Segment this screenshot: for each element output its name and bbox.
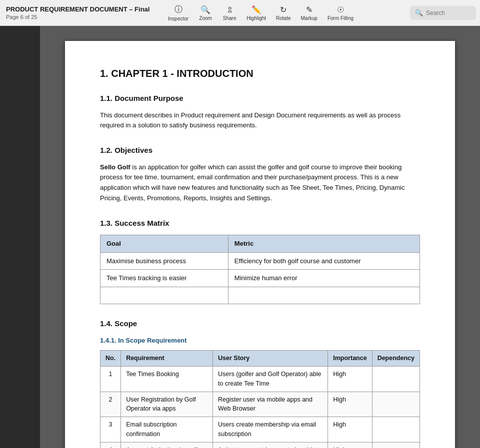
search-bar[interactable]: 🔍 bbox=[410, 6, 476, 20]
scope-header-dependency: Dependency bbox=[372, 351, 420, 367]
scope-cell: Users create membership via email subscr… bbox=[213, 417, 328, 443]
matrix-cell: Maximise business process bbox=[100, 252, 228, 270]
document-area[interactable]: 1. CHAPTER 1 - INTRODUCTION 1.1. Documen… bbox=[40, 26, 480, 448]
scope-cell: 2 bbox=[100, 392, 121, 417]
toolbar: PRODUCT REQUIREMENT DOCUMENT – Final Pag… bbox=[0, 0, 480, 26]
form-filling-label: Form Filling bbox=[328, 15, 354, 21]
toolbar-left: PRODUCT REQUIREMENT DOCUMENT – Final Pag… bbox=[4, 5, 164, 20]
search-input[interactable] bbox=[426, 9, 471, 16]
scope-header-req: Requirement bbox=[121, 351, 213, 367]
section-1-2-rest: is an application for golfer which can a… bbox=[100, 163, 404, 202]
scope-cell: Email subscription confirmation bbox=[121, 417, 213, 443]
scope-cell: High bbox=[328, 442, 372, 448]
scope-cell: High bbox=[328, 392, 372, 417]
scope-cell: Activate account by user to be able to a… bbox=[213, 442, 328, 448]
highlight-button[interactable]: ✏️ Highlight bbox=[242, 2, 270, 24]
scope-header-no: No. bbox=[100, 351, 121, 367]
inspector-icon: ⓘ bbox=[174, 4, 182, 15]
section-1-1: 1.1. Document Purpose This document desc… bbox=[100, 93, 420, 131]
form-filling-button[interactable]: ☉ Form Filling bbox=[324, 2, 358, 24]
section-1-1-body: This document describes in Product requi… bbox=[100, 110, 420, 131]
scope-cell: 4 bbox=[100, 442, 121, 448]
rotate-button[interactable]: ↻ Rotate bbox=[272, 2, 294, 24]
section-1-3-heading: 1.3. Success Matrix bbox=[100, 218, 420, 229]
section-1-2: 1.2. Objectives Sello Golf is an applica… bbox=[100, 145, 420, 204]
table-row bbox=[100, 287, 420, 304]
scope-cell bbox=[372, 392, 420, 417]
scope-cell: 1 bbox=[100, 367, 121, 392]
table-row: 3Email subscription confirmationUsers cr… bbox=[100, 417, 420, 443]
search-icon: 🔍 bbox=[415, 9, 423, 16]
table-row: 4Account Activation by golferActivate ac… bbox=[100, 442, 420, 448]
markup-button[interactable]: ✎ Markup bbox=[297, 2, 322, 24]
matrix-cell: Tee Times tracking is easier bbox=[100, 270, 228, 287]
matrix-cell: Minimize human error bbox=[228, 270, 420, 287]
scope-cell: Tee Times Booking bbox=[121, 367, 213, 392]
table-row: 1Tee Times BookingUsers (golfer and Golf… bbox=[100, 367, 420, 392]
scope-header-importance: Importance bbox=[328, 351, 372, 367]
scope-cell: User Registration by Golf Operator via a… bbox=[121, 392, 213, 417]
pdf-page: 1. CHAPTER 1 - INTRODUCTION 1.1. Documen… bbox=[65, 41, 455, 448]
share-button[interactable]: ⇫ Share bbox=[218, 2, 240, 24]
document-title: PRODUCT REQUIREMENT DOCUMENT – Final bbox=[6, 5, 164, 14]
scope-cell bbox=[372, 442, 420, 448]
scope-cell: Register user via mobile apps and Web Br… bbox=[213, 392, 328, 417]
success-matrix-table: Goal Metric Maximise business process Ef… bbox=[100, 235, 420, 304]
section-1-4-heading: 1.4. Scope bbox=[100, 318, 420, 330]
highlight-icon: ✏️ bbox=[252, 5, 262, 14]
zoom-button[interactable]: 🔍 Zoom bbox=[194, 2, 216, 24]
matrix-cell bbox=[228, 287, 420, 304]
section-1-4-1-heading: 1.4.1. In Scope Requirement bbox=[100, 336, 420, 346]
scope-cell bbox=[372, 417, 420, 443]
section-1-2-bold: Sello Golf bbox=[100, 163, 130, 171]
matrix-header-metric: Metric bbox=[228, 235, 420, 253]
share-icon: ⇫ bbox=[226, 5, 233, 14]
markup-label: Markup bbox=[301, 15, 318, 21]
scope-cell: High bbox=[328, 367, 372, 392]
scope-cell: High bbox=[328, 417, 372, 443]
rotate-label: Rotate bbox=[276, 15, 290, 21]
chapter-heading: 1. CHAPTER 1 - INTRODUCTION bbox=[100, 66, 420, 81]
scope-cell: Users (golfer and Golf Operator) able to… bbox=[213, 367, 328, 392]
document-page: Page 6 of 25 bbox=[6, 14, 164, 20]
scope-cell bbox=[372, 367, 420, 392]
section-1-3: 1.3. Success Matrix Goal Metric Maximise… bbox=[100, 218, 420, 305]
section-1-4: 1.4. Scope 1.4.1. In Scope Requirement N… bbox=[100, 318, 420, 448]
section-1-2-heading: 1.2. Objectives bbox=[100, 145, 420, 156]
matrix-header-goal: Goal bbox=[100, 235, 228, 253]
table-row: 2User Registration by Golf Operator via … bbox=[100, 392, 420, 417]
inspector-button[interactable]: ⓘ Inspector bbox=[164, 2, 192, 24]
zoom-label: Zoom bbox=[199, 15, 212, 21]
share-label: Share bbox=[223, 15, 236, 21]
inspector-label: Inspector bbox=[168, 16, 188, 21]
scope-cell: 3 bbox=[100, 417, 121, 443]
section-1-2-body: Sello Golf is an application for golfer … bbox=[100, 162, 420, 204]
zoom-icon: 🔍 bbox=[200, 5, 210, 14]
section-1-1-heading: 1.1. Document Purpose bbox=[100, 93, 420, 104]
rotate-icon: ↻ bbox=[280, 5, 286, 14]
table-row: Tee Times tracking is easier Minimize hu… bbox=[100, 270, 420, 287]
markup-icon: ✎ bbox=[306, 5, 312, 14]
main-area: 1. CHAPTER 1 - INTRODUCTION 1.1. Documen… bbox=[0, 26, 480, 448]
scope-cell: Account Activation by golfer bbox=[121, 442, 213, 448]
sidebar bbox=[0, 26, 40, 448]
scope-table: No. Requirement User Story Importance De… bbox=[100, 350, 420, 448]
scope-header-story: User Story bbox=[213, 351, 328, 367]
form-filling-icon: ☉ bbox=[337, 5, 344, 14]
matrix-cell bbox=[100, 287, 228, 304]
highlight-label: Highlight bbox=[246, 15, 266, 21]
table-row: Maximise business process Efficiency for… bbox=[100, 252, 420, 270]
matrix-cell: Efficiency for both golf course and cust… bbox=[228, 252, 420, 270]
toolbar-actions: ⓘ Inspector 🔍 Zoom ⇫ Share ✏️ Highlight … bbox=[164, 2, 476, 24]
